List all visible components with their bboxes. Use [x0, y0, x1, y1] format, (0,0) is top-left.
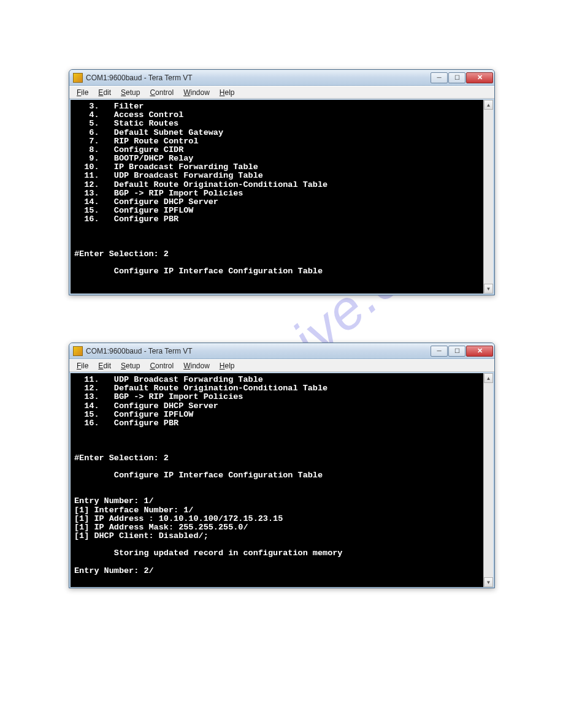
menu-control[interactable]: Control: [145, 360, 178, 371]
window-title: COM1:9600baud - Tera Term VT: [86, 74, 431, 82]
menubar: File Edit Setup Control Window Help: [69, 86, 494, 99]
menu-window[interactable]: Window: [178, 87, 215, 98]
terminal-output[interactable]: 11. UDP Broadcast Forwarding Table 12. D…: [71, 373, 483, 587]
titlebar[interactable]: COM1:9600baud - Tera Term VT ─ ☐ ✕: [69, 343, 494, 359]
titlebar[interactable]: COM1:9600baud - Tera Term VT ─ ☐ ✕: [69, 70, 494, 86]
scroll-track[interactable]: [484, 383, 493, 577]
menu-edit[interactable]: Edit: [93, 360, 116, 371]
scroll-up-button[interactable]: ▲: [484, 373, 493, 383]
terminal-output[interactable]: 3. Filter 4. Access Control 5. Static Ro…: [71, 100, 483, 294]
menu-setup[interactable]: Setup: [116, 87, 145, 98]
maximize-button[interactable]: ☐: [448, 72, 465, 83]
minimize-button[interactable]: ─: [431, 72, 448, 83]
app-icon: [73, 73, 83, 83]
app-icon: [73, 346, 83, 356]
minimize-icon: ─: [437, 75, 441, 81]
scroll-track[interactable]: [484, 110, 493, 284]
menu-control[interactable]: Control: [145, 87, 178, 98]
terminal-window-2: COM1:9600baud - Tera Term VT ─ ☐ ✕ File …: [69, 343, 495, 588]
scrollbar[interactable]: ▲ ▼: [483, 100, 493, 294]
terminal-area: 3. Filter 4. Access Control 5. Static Ro…: [71, 100, 493, 294]
terminal-window-1: COM1:9600baud - Tera Term VT ─ ☐ ✕ File …: [69, 69, 495, 295]
scroll-down-button[interactable]: ▼: [484, 577, 493, 587]
maximize-icon: ☐: [454, 75, 460, 81]
close-icon: ✕: [477, 74, 483, 81]
scroll-down-button[interactable]: ▼: [484, 284, 493, 294]
window-controls: ─ ☐ ✕: [431, 72, 493, 83]
terminal-area: 11. UDP Broadcast Forwarding Table 12. D…: [71, 373, 493, 587]
maximize-button[interactable]: ☐: [448, 346, 465, 357]
menu-help[interactable]: Help: [215, 87, 240, 98]
close-icon: ✕: [477, 347, 483, 354]
scrollbar[interactable]: ▲ ▼: [483, 373, 493, 587]
window-title: COM1:9600baud - Tera Term VT: [86, 347, 431, 355]
menu-help[interactable]: Help: [215, 360, 240, 371]
menubar: File Edit Setup Control Window Help: [69, 359, 494, 372]
maximize-icon: ☐: [454, 348, 460, 354]
menu-file[interactable]: File: [72, 360, 93, 371]
window-controls: ─ ☐ ✕: [431, 346, 493, 357]
menu-edit[interactable]: Edit: [93, 87, 116, 98]
minimize-button[interactable]: ─: [431, 346, 448, 357]
menu-setup[interactable]: Setup: [116, 360, 145, 371]
close-button[interactable]: ✕: [466, 72, 493, 83]
minimize-icon: ─: [437, 348, 441, 354]
close-button[interactable]: ✕: [466, 346, 493, 357]
menu-file[interactable]: File: [72, 87, 93, 98]
menu-window[interactable]: Window: [178, 360, 215, 371]
scroll-up-button[interactable]: ▲: [484, 100, 493, 110]
